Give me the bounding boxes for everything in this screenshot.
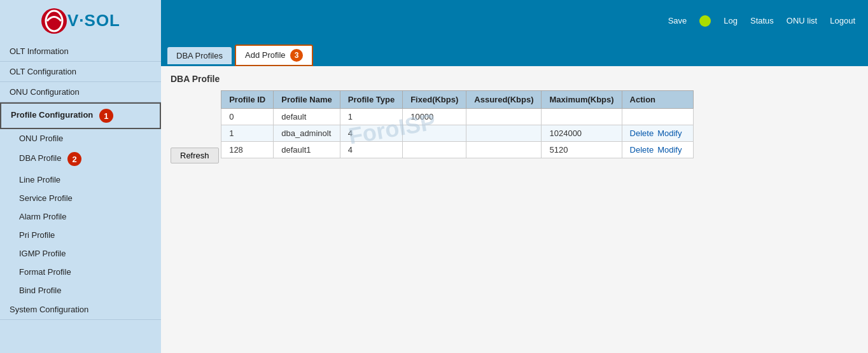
- logo-icon: [41, 8, 67, 34]
- page-title: DBA Profile: [171, 74, 858, 84]
- sidebar-item-olt-information[interactable]: OLT Information: [0, 41, 161, 62]
- sidebar-item-alarm-profile[interactable]: Alarm Profile: [0, 207, 161, 226]
- sidebar-item-service-profile[interactable]: Service Profile: [0, 189, 161, 207]
- col-action: Action: [622, 91, 694, 109]
- sidebar-item-line-profile[interactable]: Line Profile: [0, 170, 161, 189]
- col-maximum: Maximum(Kbps): [542, 91, 622, 109]
- cell-row2-col2: 4: [340, 142, 402, 158]
- delete-link-row2[interactable]: Delete: [630, 145, 654, 155]
- cell-row2-col3: [403, 142, 466, 158]
- sidebar-item-system-configuration[interactable]: System Configuration: [0, 300, 161, 320]
- cell-row1-action: DeleteModify: [622, 125, 694, 142]
- cell-row1-col3: [403, 125, 466, 142]
- sidebar-item-profile-configuration[interactable]: Profile Configuration 1: [0, 102, 161, 129]
- sidebar-item-pri-profile[interactable]: Pri Profile: [0, 226, 161, 244]
- cell-row1-col5: 1024000: [542, 125, 622, 142]
- profile-config-badge: 1: [99, 109, 113, 123]
- cell-row0-col0: 0: [221, 109, 274, 125]
- cell-row2-col1: default1: [274, 142, 340, 158]
- col-assured: Assured(Kbps): [466, 91, 542, 109]
- cell-row1-col4: [466, 125, 542, 142]
- sidebar-item-format-profile[interactable]: Format Profile: [0, 263, 161, 281]
- save-button[interactable]: Save: [668, 16, 687, 25]
- sidebar-item-dba-profile[interactable]: DBA Profile 2: [0, 148, 161, 170]
- cell-row0-col2: 1: [340, 109, 402, 125]
- logout-link[interactable]: Logout: [830, 16, 855, 25]
- add-profile-badge: 3: [290, 49, 303, 62]
- col-profile-name: Profile Name: [274, 91, 340, 109]
- col-fixed: Fixed(Kbps): [403, 91, 466, 109]
- sidebar-item-bind-profile[interactable]: Bind Profile: [0, 281, 161, 300]
- header: Save Log Status ONU list Logout: [161, 0, 868, 41]
- modify-link-row2[interactable]: Modify: [657, 145, 682, 155]
- col-profile-type: Profile Type: [340, 91, 402, 109]
- status-indicator: [699, 15, 711, 27]
- sidebar: OLT Information OLT Configuration ONU Co…: [0, 41, 161, 353]
- refresh-button[interactable]: Refresh: [171, 148, 219, 163]
- cell-row2-col0: 128: [221, 142, 274, 158]
- main-content: DBA Profiles Add Profile 3 DBA Profile R…: [161, 41, 868, 353]
- cell-row0-action: [622, 109, 694, 125]
- tab-dba-profiles[interactable]: DBA Profiles: [167, 47, 232, 64]
- cell-row0-col3: 10000: [403, 109, 466, 125]
- dba-profile-badge: 2: [67, 152, 81, 166]
- cell-row0-col4: [466, 109, 542, 125]
- cell-row0-col5: [542, 109, 622, 125]
- onu-list-link[interactable]: ONU list: [787, 16, 817, 25]
- status-link[interactable]: Status: [750, 16, 774, 25]
- cell-row2-action: DeleteModify: [622, 142, 694, 158]
- cell-row2-col4: [466, 142, 542, 158]
- log-link[interactable]: Log: [724, 16, 738, 25]
- cell-row0-col1: default: [274, 109, 340, 125]
- cell-row1-col2: 4: [340, 125, 402, 142]
- table-row: 0default110000: [221, 109, 694, 125]
- logo-area: V·SOL: [0, 0, 161, 41]
- dba-profile-table: Profile ID Profile Name Profile Type Fix…: [221, 90, 694, 158]
- sidebar-item-onu-profile[interactable]: ONU Profile: [0, 129, 161, 148]
- sidebar-item-olt-configuration[interactable]: OLT Configuration: [0, 62, 161, 82]
- cell-row1-col1: dba_adminolt: [274, 125, 340, 142]
- logo-text: V·SOL: [67, 11, 120, 31]
- sidebar-item-onu-configuration[interactable]: ONU Configuration: [0, 82, 161, 102]
- col-profile-id: Profile ID: [221, 91, 274, 109]
- tab-add-profile[interactable]: Add Profile 3: [235, 45, 313, 66]
- cell-row2-col5: 5120: [542, 142, 622, 158]
- cell-row1-col0: 1: [221, 125, 274, 142]
- delete-link-row1[interactable]: Delete: [630, 128, 654, 138]
- modify-link-row1[interactable]: Modify: [657, 128, 682, 138]
- table-row: 128default145120DeleteModify: [221, 142, 694, 158]
- table-header-row: Profile ID Profile Name Profile Type Fix…: [221, 91, 694, 109]
- tab-bar: DBA Profiles Add Profile 3: [161, 41, 868, 66]
- sidebar-item-igmp-profile[interactable]: IGMP Profile: [0, 244, 161, 263]
- table-row: 1dba_adminolt41024000DeleteModify: [221, 125, 694, 142]
